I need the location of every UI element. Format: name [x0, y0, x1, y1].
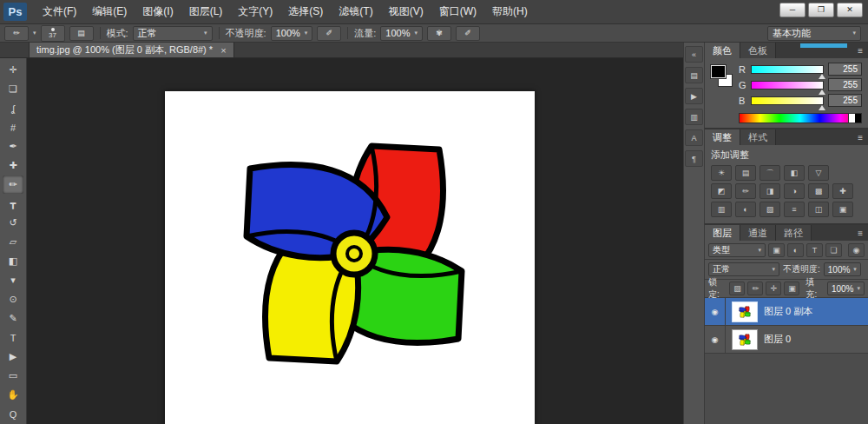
- curves-icon[interactable]: ⌒: [760, 165, 780, 181]
- workspace-switcher[interactable]: 基本功能 ▾: [767, 26, 861, 41]
- layer-name[interactable]: 图层 0: [764, 333, 791, 346]
- layer-visibility-toggle[interactable]: ◉: [705, 298, 726, 325]
- invert-icon[interactable]: ▥: [711, 202, 732, 217]
- menu-image[interactable]: 图像(I): [135, 1, 181, 23]
- lasso-tool[interactable]: ʆ: [3, 99, 23, 117]
- brush-preset-icon[interactable]: ✏: [4, 26, 29, 41]
- path-select-tool[interactable]: ▶: [3, 348, 23, 366]
- clone-stamp-tool[interactable]: ┳: [3, 195, 23, 213]
- mode-dropdown[interactable]: 正常 ▾: [133, 26, 213, 41]
- threshold-icon[interactable]: ▧: [760, 202, 780, 217]
- layer-opacity-dropdown[interactable]: 100% ▾: [824, 262, 861, 276]
- tab-styles[interactable]: 样式: [740, 129, 776, 145]
- airbrush-icon[interactable]: ✾: [427, 26, 451, 41]
- gradient-tool[interactable]: ◧: [3, 252, 23, 270]
- document-canvas[interactable]: [165, 91, 535, 424]
- canvas-area[interactable]: [27, 58, 684, 424]
- panel-menu-icon[interactable]: ≡: [852, 129, 868, 145]
- crop-tool[interactable]: #: [3, 118, 23, 136]
- toggle-brush-panel-icon[interactable]: ▤: [69, 26, 94, 41]
- hand-tool[interactable]: ✋: [3, 386, 23, 404]
- brush-size-picker[interactable]: 37: [41, 25, 65, 42]
- spot-healing-tool[interactable]: ✚: [3, 156, 23, 175]
- adjustment-extra-icon[interactable]: ▣: [832, 202, 853, 217]
- zoom-tool[interactable]: Q: [3, 405, 23, 423]
- blur-tool[interactable]: ▾: [3, 271, 23, 289]
- maximize-button[interactable]: ❐: [808, 3, 834, 17]
- slider-handle[interactable]: [819, 89, 825, 95]
- blend-mode-dropdown[interactable]: 正常 ▾: [708, 262, 779, 276]
- exposure-icon[interactable]: ◧: [784, 165, 805, 181]
- expand-panels-icon[interactable]: «: [685, 46, 703, 63]
- menu-select[interactable]: 选择(S): [280, 1, 331, 23]
- black-white-icon[interactable]: ◨: [760, 183, 780, 199]
- menu-type[interactable]: 文字(Y): [230, 1, 280, 23]
- gradient-map-icon[interactable]: ≡: [784, 202, 805, 217]
- tab-channels[interactable]: 通道: [740, 225, 776, 241]
- marquee-tool[interactable]: ❏: [3, 80, 23, 98]
- eyedropper-tool[interactable]: ✒: [3, 137, 23, 156]
- red-channel-slider[interactable]: [751, 65, 824, 74]
- filter-adjustment-layers-icon[interactable]: ◐: [787, 243, 804, 257]
- slider-handle[interactable]: [819, 105, 825, 110]
- dodge-tool[interactable]: ⊙: [3, 290, 23, 308]
- layer-thumbnail[interactable]: [732, 329, 758, 350]
- layer-visibility-toggle[interactable]: ◉: [705, 326, 726, 353]
- red-channel-value[interactable]: 255: [828, 63, 862, 76]
- tab-paths[interactable]: 路径: [776, 225, 812, 241]
- menu-view[interactable]: 视图(V): [381, 1, 431, 23]
- tab-swatches[interactable]: 色板: [740, 43, 776, 58]
- pen-tool[interactable]: ✎: [3, 309, 23, 328]
- filter-kind-dropdown[interactable]: 类型 ▾: [708, 243, 766, 257]
- brush-tool[interactable]: ✏: [3, 176, 23, 194]
- minimize-button[interactable]: ─: [779, 3, 806, 17]
- move-tool[interactable]: ✛: [3, 61, 23, 79]
- layer-thumbnail[interactable]: [732, 301, 758, 322]
- menu-edit[interactable]: 编辑(E): [84, 1, 135, 23]
- brush-preset-arrow-icon[interactable]: ▾: [33, 30, 36, 36]
- slider-handle[interactable]: [819, 74, 825, 79]
- opacity-dropdown[interactable]: 100% ▾: [271, 26, 313, 41]
- menu-layer[interactable]: 图层(L): [181, 1, 231, 23]
- fill-dropdown[interactable]: 100% ▾: [827, 282, 865, 295]
- lock-move-icon[interactable]: ✛: [766, 282, 781, 295]
- actions-icon[interactable]: ▶: [685, 88, 703, 104]
- menu-window[interactable]: 窗口(W): [431, 1, 484, 23]
- properties-icon[interactable]: ▥: [685, 109, 703, 125]
- blue-channel-value[interactable]: 255: [828, 94, 862, 107]
- color-balance-icon[interactable]: ✏: [735, 183, 756, 199]
- filter-type-layers-icon[interactable]: T: [806, 243, 823, 257]
- layer-row[interactable]: ◉ 图层 0: [705, 326, 868, 354]
- color-lookup-icon[interactable]: ✚: [832, 183, 853, 199]
- filter-pixel-layers-icon[interactable]: ▣: [768, 243, 785, 257]
- hue-saturation-icon[interactable]: ◩: [711, 183, 732, 199]
- menu-file[interactable]: 文件(F): [35, 1, 84, 23]
- filter-toggle-icon[interactable]: ◉: [848, 243, 865, 257]
- paragraph-icon[interactable]: ¶: [685, 150, 703, 167]
- lock-transparent-icon[interactable]: ▨: [729, 282, 745, 295]
- menu-help[interactable]: 帮助(H): [484, 1, 536, 23]
- spectrum-white-swatch[interactable]: [848, 114, 855, 123]
- document-tab[interactable]: timg.jpg @ 100% (图层 0 副本, RGB/8#) * ×: [29, 43, 234, 57]
- brightness-contrast-icon[interactable]: ☀: [711, 165, 732, 181]
- history-icon[interactable]: ▤: [685, 67, 703, 83]
- tab-close-icon[interactable]: ×: [220, 45, 226, 56]
- filter-shape-layers-icon[interactable]: ❏: [825, 243, 842, 257]
- foreground-color-swatch[interactable]: [711, 65, 726, 78]
- tab-color[interactable]: 颜色: [705, 43, 740, 58]
- blue-channel-slider[interactable]: [751, 96, 824, 105]
- pen-pressure-icon[interactable]: ✐: [317, 26, 341, 41]
- selective-color-icon[interactable]: ◫: [808, 202, 829, 217]
- pressure-size-icon[interactable]: ✐: [456, 26, 480, 41]
- color-spectrum-ramp[interactable]: [739, 113, 862, 123]
- shape-tool[interactable]: ▭: [3, 367, 23, 385]
- posterize-icon[interactable]: ◐: [735, 202, 756, 217]
- photo-filter-icon[interactable]: ◑: [784, 183, 805, 199]
- layer-name[interactable]: 图层 0 副本: [764, 305, 812, 318]
- channel-mixer-icon[interactable]: ▩: [808, 183, 829, 199]
- history-brush-tool[interactable]: ↺: [3, 214, 23, 232]
- character-icon[interactable]: A: [685, 129, 703, 146]
- menu-filter[interactable]: 滤镜(T): [331, 1, 380, 23]
- spectrum-black-swatch[interactable]: [855, 114, 861, 123]
- close-button[interactable]: ✕: [837, 3, 863, 17]
